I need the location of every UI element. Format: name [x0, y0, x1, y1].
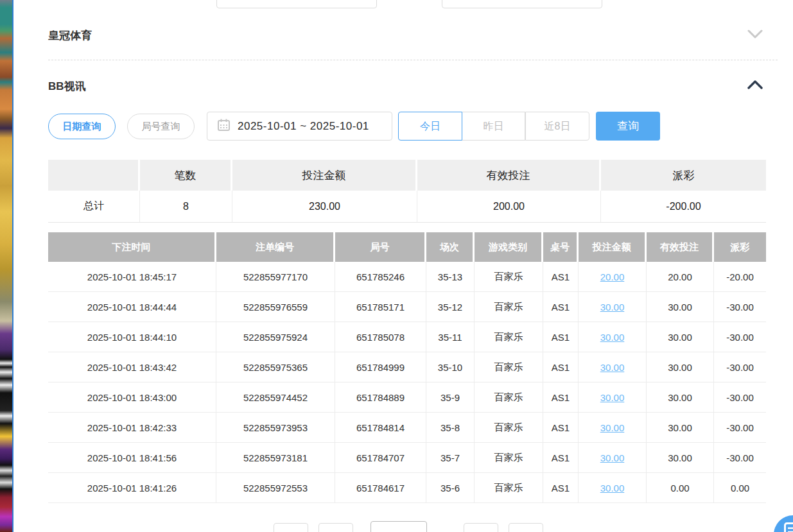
header-table-id: 桌号: [543, 232, 579, 262]
cell-bet-time: 2025-10-01 18:44:10: [48, 322, 216, 352]
header-bet-time: 下注时间: [48, 232, 216, 262]
top-form-input-right[interactable]: [442, 0, 602, 8]
cell-bet-time: 2025-10-01 18:41:56: [48, 443, 216, 473]
cell-round-id: 651784707: [335, 443, 426, 473]
summary-header-count: 笔数: [140, 160, 232, 191]
header-payout: 派彩: [714, 232, 766, 262]
cell-valid-bet: 20.00: [647, 262, 714, 292]
cell-session: 35-7: [426, 443, 475, 473]
cell-bet-id: 522855977170: [216, 262, 335, 292]
cell-payout: -30.00: [714, 352, 766, 382]
table-row: 2025-10-01 18:43:00522855974452651784889…: [48, 382, 766, 413]
cell-game-type: 百家乐: [475, 413, 543, 443]
cell-bet-amount: 30.00: [579, 382, 647, 413]
cell-round-id: 651784617: [335, 473, 426, 503]
cell-session: 35-6: [426, 473, 475, 503]
cell-valid-bet: 30.00: [647, 413, 714, 443]
table-row: 2025-10-01 18:44:10522855975924651785078…: [48, 322, 766, 352]
cell-payout: -20.00: [714, 262, 766, 292]
header-game-type: 游戏类别: [475, 232, 543, 262]
bet-amount-link[interactable]: 30.00: [600, 452, 625, 463]
header-valid-bet: 有效投注: [647, 232, 714, 262]
summary-total-bet-amount: 230.00: [232, 191, 417, 223]
cell-table-id: AS1: [543, 322, 579, 352]
cell-round-id: 651785246: [335, 262, 426, 292]
cell-valid-bet: 0.00: [647, 473, 714, 503]
detail-table-body: 2025-10-01 18:45:17522855977170651785246…: [48, 262, 766, 503]
cell-game-type: 百家乐: [475, 292, 543, 322]
cell-bet-amount: 30.00: [579, 443, 647, 473]
cell-valid-bet: 30.00: [647, 352, 714, 382]
quick-range-last8days[interactable]: 近8日: [525, 112, 589, 141]
cell-session: 35-13: [426, 262, 475, 292]
cell-bet-time: 2025-10-01 18:42:33: [48, 413, 216, 443]
cell-round-id: 651784999: [335, 352, 426, 382]
table-row: 2025-10-01 18:41:26522855972553651784617…: [48, 473, 766, 503]
section-title-bb-video: BB视讯: [48, 79, 86, 94]
pagination-button-3[interactable]: [464, 523, 498, 532]
bet-amount-link[interactable]: 30.00: [600, 483, 625, 493]
header-bet-amount: 投注金额: [579, 232, 647, 262]
top-form-input-left[interactable]: [216, 0, 377, 8]
cell-table-id: AS1: [543, 413, 579, 443]
chevron-up-icon[interactable]: [747, 80, 763, 92]
date-range-picker[interactable]: 2025-10-01 ~ 2025-10-01: [207, 112, 392, 141]
cell-game-type: 百家乐: [475, 352, 543, 382]
cell-bet-amount: 30.00: [579, 413, 647, 443]
summary-header-bet-amount: 投注金额: [232, 160, 417, 191]
cell-bet-id: 522855972553: [216, 473, 335, 503]
summary-total-row: 总计 8 230.00 200.00 -200.00: [48, 191, 766, 223]
cell-game-type: 百家乐: [475, 262, 543, 292]
date-query-tab[interactable]: 日期查询: [48, 114, 116, 139]
round-query-tab[interactable]: 局号查询: [127, 114, 195, 139]
cell-game-type: 百家乐: [475, 473, 543, 503]
bet-amount-link[interactable]: 30.00: [600, 302, 625, 313]
pagination-button-4[interactable]: [509, 523, 543, 532]
section-title-crown-sports: 皇冠体育: [48, 28, 92, 43]
summary-total-payout: -200.00: [601, 191, 766, 223]
cell-payout: -30.00: [714, 413, 766, 443]
detail-header-row: 下注时间 注单编号 局号 场次 游戏类别 桌号 投注金额 有效投注 派彩: [48, 232, 766, 262]
summary-header-row: 笔数 投注金额 有效投注 派彩: [48, 160, 766, 191]
cell-bet-id: 522855973953: [216, 413, 335, 443]
cell-valid-bet: 30.00: [647, 382, 714, 413]
summary-header-valid-bet: 有效投注: [417, 160, 601, 191]
cell-game-type: 百家乐: [475, 443, 543, 473]
pagination-page-select[interactable]: [370, 521, 427, 532]
pagination-button-1[interactable]: [274, 523, 308, 532]
records-panel: 皇冠体育 BB视讯 日期查询 局号查询 2025-10-01 ~ 2025-10…: [13, 0, 793, 532]
calendar-icon: [218, 119, 230, 133]
cell-bet-amount: 30.00: [579, 322, 647, 352]
bet-amount-link[interactable]: 30.00: [600, 332, 625, 343]
table-row: 2025-10-01 18:44:44522855976559651785171…: [48, 292, 766, 322]
background-banner-strip: [0, 0, 12, 532]
cell-bet-id: 522855975924: [216, 322, 335, 352]
cell-round-id: 651784889: [335, 382, 426, 413]
cell-bet-id: 522855973181: [216, 443, 335, 473]
cell-bet-amount: 30.00: [579, 473, 647, 503]
customer-service-fab[interactable]: [774, 515, 793, 532]
chevron-down-icon[interactable]: [747, 29, 763, 42]
cell-valid-bet: 30.00: [647, 322, 714, 352]
bet-amount-link[interactable]: 20.00: [600, 271, 625, 282]
summary-total-valid-bet: 200.00: [417, 191, 601, 223]
pagination-button-2[interactable]: [318, 523, 353, 532]
cell-game-type: 百家乐: [475, 322, 543, 352]
quick-range-yesterday[interactable]: 昨日: [462, 112, 525, 141]
search-button[interactable]: 查询: [596, 112, 660, 141]
cell-table-id: AS1: [543, 292, 579, 322]
summary-header-blank: [48, 160, 140, 191]
cell-session: 35-11: [426, 322, 475, 352]
cell-round-id: 651785171: [335, 292, 426, 322]
cell-payout: -30.00: [714, 382, 766, 413]
quick-range-today[interactable]: 今日: [398, 112, 462, 141]
summary-header-payout: 派彩: [601, 160, 766, 191]
cell-session: 35-9: [426, 382, 475, 413]
bet-amount-link[interactable]: 30.00: [600, 362, 625, 373]
cell-table-id: AS1: [543, 262, 579, 292]
cell-bet-amount: 30.00: [579, 352, 647, 382]
cell-table-id: AS1: [543, 352, 579, 382]
bet-amount-link[interactable]: 30.00: [600, 392, 625, 403]
cell-table-id: AS1: [543, 473, 579, 503]
bet-amount-link[interactable]: 30.00: [600, 422, 625, 433]
